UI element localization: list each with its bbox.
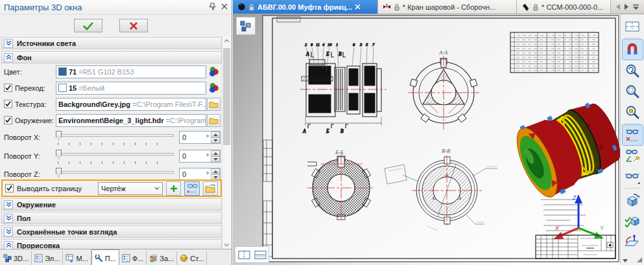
tab-render[interactable]: За... (147, 251, 177, 265)
resize-grip-icon[interactable] (637, 256, 642, 264)
output-page-label: Выводить страницу (17, 185, 95, 192)
right-view-toolbar (620, 14, 644, 265)
axis-z-label: Z (572, 194, 577, 201)
environment-checkbox[interactable] (4, 116, 12, 124)
section-environment[interactable]: Окружение (1, 198, 222, 211)
model-tree-toggle-button[interactable] (236, 17, 256, 35)
texture-browse-button[interactable] (207, 98, 221, 111)
open-page-button[interactable] (203, 181, 218, 196)
slider-thumb[interactable] (56, 150, 62, 159)
split-view-panel (235, 246, 269, 263)
pin-icon[interactable] (209, 3, 216, 12)
rgb-palette-icon[interactable] (206, 66, 221, 77)
rotate-z-spinbox[interactable]: 0 ° (179, 168, 221, 181)
page-setup-icon[interactable] (623, 16, 643, 36)
svg-text:Б-Б: Б-Б (335, 149, 344, 156)
field-texture: Текстура: Background\Grey.jpg=C:\Program… (4, 97, 221, 111)
tab-elements[interactable]: Эл... (32, 251, 63, 265)
scroll-tabs-left-icon[interactable] (616, 4, 620, 10)
add-page-button[interactable] (166, 181, 181, 196)
measure-elements-icon[interactable] (623, 146, 643, 166)
transition-label: Переход: (15, 84, 45, 92)
chevron-down-icon (154, 187, 160, 190)
output-page-checkbox[interactable] (5, 184, 14, 192)
scroll-tabs-right-icon[interactable] (625, 4, 628, 10)
split-vertical-button[interactable] (237, 248, 251, 261)
rotate-y-spinbox[interactable]: 0 ° (179, 150, 221, 163)
field-transition: Переход: 15=Белый (4, 81, 221, 95)
section-light-sources[interactable]: Источники света (1, 37, 222, 49)
panel-titlebar: Параметры 3D окна (0, 0, 232, 15)
drawing-canvas[interactable]: 2 9 11 4 10 1 8 3 5 7 А Б В А Б (233, 14, 620, 265)
rotate-view-cube-icon[interactable] (623, 190, 643, 210)
toolbar-overflow (621, 255, 644, 265)
tab-parameters[interactable]: П... (91, 249, 119, 265)
scroll-down-arrow[interactable] (222, 240, 231, 249)
close-panel-icon[interactable] (221, 3, 228, 11)
slider-thumb[interactable] (56, 131, 62, 141)
document-tab[interactable]: * Кран шаровой - Сборочн... (378, 0, 517, 14)
ok-button[interactable] (74, 19, 102, 32)
scrollbar-thumb[interactable] (223, 48, 230, 145)
spin-up-button[interactable] (211, 132, 220, 137)
environment-input[interactable]: Environment\Beige_3_light.hdr=C:\Program… (56, 114, 206, 127)
zoom-dynamic-icon[interactable] (623, 60, 643, 80)
visibility-glasses-icon[interactable] (623, 167, 643, 187)
section-floor[interactable]: Пол (1, 212, 222, 224)
spin-down-button[interactable] (211, 156, 220, 162)
gold-sphere-icon (180, 254, 188, 262)
show-on-page-button[interactable] (184, 181, 199, 196)
hide-elements-icon[interactable] (623, 125, 643, 145)
environment-browse-button[interactable] (207, 114, 221, 127)
scroll-up-arrow[interactable] (222, 36, 231, 45)
lock-icon (394, 3, 400, 11)
drawing-workspace[interactable]: 2 9 11 4 10 1 8 3 5 7 А Б В А Б (233, 14, 620, 265)
texture-checkbox[interactable] (4, 100, 12, 108)
rotate-y-slider[interactable] (56, 148, 174, 164)
rainbow-cube-icon (149, 254, 158, 262)
color-input[interactable]: 71=R51 G102 B153 (56, 65, 206, 78)
field-rotate-x: Поворот X: 0 ° (4, 129, 221, 146)
svg-text:В-В: В-В (442, 148, 450, 154)
transition-input[interactable]: 15=Белый (56, 82, 206, 95)
lock-icon (532, 3, 539, 11)
rotate-workplane-icon[interactable] (623, 231, 643, 251)
tab-structure[interactable]: Ст... (177, 251, 207, 265)
tab-fragments[interactable]: Ф... (119, 251, 147, 265)
tab-materials[interactable]: М... (63, 251, 91, 265)
section-background[interactable]: Фон (1, 51, 222, 63)
close-tab-icon[interactable] (355, 4, 361, 10)
rotate-x-slider[interactable] (56, 130, 174, 145)
tab-3d-model[interactable]: 3D... (1, 251, 32, 265)
split-horizontal-button[interactable] (253, 248, 267, 261)
tree-icon (3, 254, 12, 262)
slider-thumb[interactable] (56, 168, 62, 178)
zoom-extents-icon[interactable] (623, 81, 643, 101)
spin-up-button[interactable] (211, 150, 220, 156)
checklist-icon (122, 254, 130, 262)
chevron-up-icon (4, 53, 13, 62)
svg-text:А: А (305, 51, 309, 57)
zoom-window-icon[interactable] (623, 102, 643, 122)
tab-list-menu-icon[interactable] (633, 4, 639, 10)
rotate-x-spinbox[interactable]: 0 ° (179, 131, 221, 144)
cancel-button[interactable] (119, 19, 148, 32)
panel-scrollbar[interactable] (222, 36, 231, 249)
valve-document-icon (383, 3, 391, 11)
section-saved-views[interactable]: Сохранённые точки взгляда (1, 225, 222, 238)
toolbar-more-icon[interactable] (623, 256, 628, 264)
document-tab[interactable]: * ССМ-000-000-0... (517, 0, 611, 14)
texture-input[interactable]: Background\Grey.jpg=C:\Program Files\T-F… (56, 98, 206, 111)
environment-label: Окружение: (15, 117, 54, 124)
spin-down-button[interactable] (211, 137, 220, 143)
lock-icon (248, 3, 255, 11)
check-model-icon[interactable] (623, 211, 643, 231)
magnet-snap-icon[interactable] (623, 40, 643, 60)
document-tab-active[interactable]: АБВГ.00.00 Муфта фрикц... (233, 0, 378, 14)
page-select-dropdown[interactable]: Чертёж (98, 182, 163, 195)
spin-up-button[interactable] (211, 168, 220, 174)
rgb-palette-icon[interactable] (206, 82, 221, 93)
cubes-icon (240, 21, 252, 32)
transition-checkbox[interactable] (4, 84, 12, 92)
field-color: Цвет: 71=R51 G102 B153 (4, 65, 221, 78)
